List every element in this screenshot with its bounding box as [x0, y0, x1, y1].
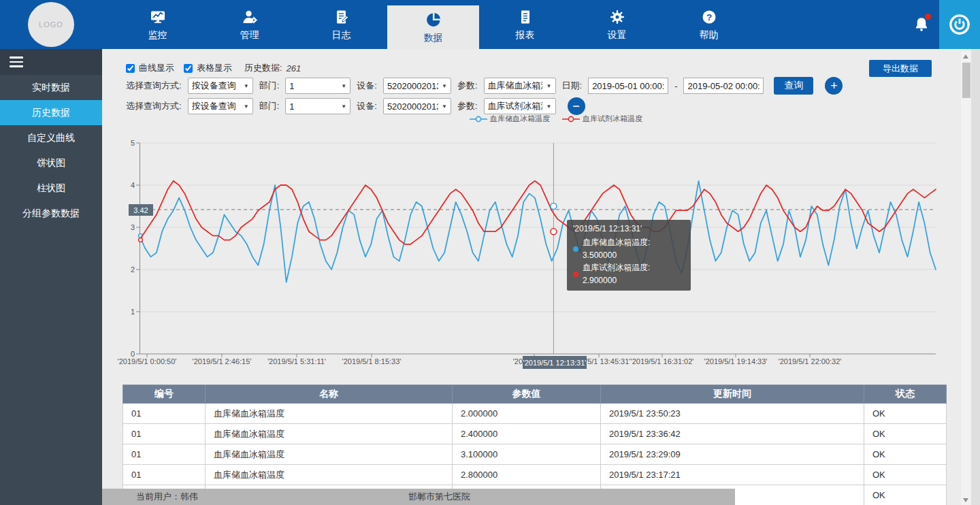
tab-data-label: 数据 [424, 32, 443, 44]
sidebar-item-history-data[interactable]: 历史数据 [0, 100, 102, 125]
chart-plot-area[interactable] [140, 143, 936, 358]
scrollbar-thumb[interactable] [962, 63, 970, 98]
export-data-button[interactable]: 导出数据 [869, 60, 932, 77]
sidebar-item-grouped-params[interactable]: 分组参数数据 [0, 201, 102, 226]
legend-item-0[interactable]: 血库储血冰箱温度 [470, 114, 550, 124]
table-header-cell: 更新时间 [601, 385, 864, 404]
status-bar: 当前用户：韩伟 邯郸市第七医院 [102, 489, 735, 505]
param-label: 参数: [457, 100, 478, 112]
sidebar-item-pie-chart[interactable]: 饼状图 [0, 150, 102, 176]
tab-help[interactable]: ? 帮助 [663, 0, 755, 49]
scroll-up-arrow-icon[interactable] [963, 54, 968, 59]
chevron-down-icon: ▼ [442, 83, 447, 89]
sidebar-item-custom-curve[interactable]: 自定义曲线 [0, 125, 102, 150]
table-row: 01血库储血冰箱温度2.0000002019/5/1 23:50:23OK [123, 404, 947, 424]
table-cell: 3.100000 [453, 444, 601, 465]
scroll-down-arrow-icon[interactable] [963, 498, 968, 502]
series-dot-icon [573, 272, 578, 277]
right-edge-strip [971, 49, 980, 505]
notifications-bell[interactable] [904, 0, 939, 49]
query-button[interactable]: 查询 [774, 77, 813, 95]
table-cell: 2019/5/1 23:17:21 [601, 465, 864, 485]
x-axis-tick-label: '2019/5/1 22:00:32' [779, 357, 842, 365]
date-end-input[interactable] [683, 78, 764, 94]
legend-marker-icon [470, 115, 487, 123]
legend-item-1[interactable]: 血库试剂冰箱温度 [562, 114, 642, 124]
notification-badge [925, 14, 931, 20]
table-cell: OK [864, 404, 947, 424]
device-label: 设备: [357, 80, 377, 92]
table-row: 01血库储血冰箱温度2.4000002019/5/1 23:36:42OK [123, 424, 947, 444]
chart-legend: 血库储血冰箱温度血库试剂冰箱温度 [470, 114, 642, 124]
y-axis-tick-label: 4 [122, 181, 135, 189]
table-row: 01血库储血冰箱温度3.1000002019/5/1 23:29:09OK [123, 444, 947, 465]
logo-area: LOGO [0, 0, 102, 49]
param-select[interactable]: 血库储血冰箱温度▼ [484, 78, 556, 94]
table-cell: 01 [123, 404, 206, 424]
device-select[interactable]: 52020002013▼ [383, 78, 451, 94]
query-method-select[interactable]: 按设备查询▼ [188, 78, 253, 94]
y-axis-tick-label: 3 [122, 223, 135, 231]
series-dot-icon [573, 246, 578, 252]
nav-right [904, 0, 980, 49]
user-admin-icon [241, 8, 259, 26]
dept-select-2[interactable]: 1▼ [285, 98, 350, 114]
table-cell: 2019/5/1 23:29:09 [601, 444, 864, 465]
query-method-label: 选择查询方式: [126, 100, 182, 112]
device-select-2[interactable]: 52020002013▼ [383, 98, 451, 114]
display-options: 曲线显示 表格显示 历史数据: 261 [126, 61, 301, 75]
param-select-2[interactable]: 血库试剂冰箱温度▼ [484, 98, 556, 114]
menu-toggle[interactable] [0, 49, 102, 75]
table-display-checkbox[interactable] [184, 64, 193, 73]
tab-settings[interactable]: 设置 [571, 0, 663, 49]
tooltip-items: 血库储血冰箱温度: 3.500000血库试剂冰箱温度: 2.900000 [573, 236, 685, 287]
tab-help-label: 帮助 [700, 29, 719, 42]
logo: LOGO [28, 2, 74, 47]
table-cell: 血库储血冰箱温度 [206, 424, 453, 444]
query-method-select-2[interactable]: 按设备查询▼ [188, 98, 253, 114]
vertical-scrollbar[interactable] [961, 52, 971, 505]
y-axis-marker: 3.42 [129, 204, 153, 216]
power-button[interactable] [939, 0, 980, 49]
main-content: 曲线显示 表格显示 历史数据: 261 导出数据 选择查询方式: 按设备查询▼ … [102, 49, 980, 505]
hospital-name: 邯郸市第七医院 [408, 491, 470, 503]
chevron-down-icon: ▼ [244, 103, 249, 110]
tab-admin[interactable]: 管理 [203, 0, 295, 49]
legend-marker-icon [562, 115, 580, 123]
tab-settings-label: 设置 [608, 29, 627, 42]
query-row-1: 选择查询方式: 按设备查询▼ 部门: 1▼ 设备: 52020002013▼ 参… [126, 77, 843, 95]
dept-select[interactable]: 1▼ [285, 78, 350, 94]
remove-query-row-button[interactable]: − [568, 97, 585, 115]
add-query-row-button[interactable]: + [825, 77, 843, 95]
table-cell: 01 [123, 465, 206, 485]
curve-display-checkbox[interactable] [126, 64, 135, 73]
sidebar-item-realtime-data[interactable]: 实时数据 [0, 75, 102, 100]
chevron-down-icon: ▼ [341, 103, 346, 110]
dept-label: 部门: [259, 80, 280, 92]
curve-display-label: 曲线显示 [139, 62, 174, 74]
logo-text: LOGO [39, 20, 63, 29]
table-cell: OK [864, 465, 947, 485]
tab-monitor[interactable]: 监控 [112, 0, 203, 49]
date-start-input[interactable] [588, 78, 668, 94]
table-header-cell: 名称 [206, 385, 453, 404]
dept-label: 部门: [259, 100, 280, 112]
app-window: LOGO 监控 管理 日志 [0, 0, 980, 505]
tab-reports-label: 报表 [516, 29, 535, 42]
chevron-down-icon: ▼ [341, 83, 346, 89]
table-cell: 2.800000 [453, 465, 601, 485]
x-axis-tick-label: '2019/5/1 0:00:50' [118, 357, 177, 365]
tab-reports[interactable]: 报表 [479, 0, 571, 49]
tab-logs[interactable]: 日志 [295, 0, 387, 49]
chevron-down-icon: ▼ [244, 83, 249, 89]
chevron-down-icon: ▼ [546, 103, 552, 110]
tab-data[interactable]: 数据 [387, 5, 479, 49]
sidebar-item-bar-chart[interactable]: 柱状图 [0, 176, 102, 201]
top-navigation: LOGO 监控 管理 日志 [0, 0, 980, 49]
table-cell: 01 [123, 424, 206, 444]
history-data-table: 编号名称参数值更新时间状态 01血库储血冰箱温度2.0000002019/5/1… [122, 385, 947, 505]
x-axis-highlighted-label: '2019/5/1 12:13:31' [523, 356, 587, 369]
y-axis-tick-label: 5 [122, 139, 135, 147]
tab-monitor-label: 监控 [148, 29, 167, 42]
chevron-down-icon: ▼ [546, 83, 552, 89]
